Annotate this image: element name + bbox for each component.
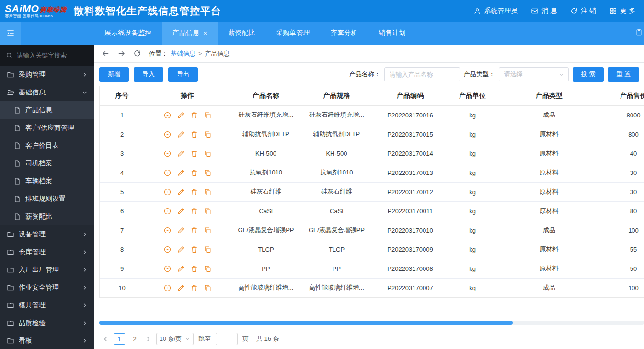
edit-icon[interactable] [177,265,185,273]
copy-icon[interactable] [204,245,212,254]
tab-2[interactable]: 薪资配比 [218,22,265,45]
sidebar-item-6[interactable]: 薪资配比 [0,208,94,225]
delete-icon[interactable] [190,226,198,234]
scrollbar-thumb[interactable] [99,321,513,325]
detail-icon[interactable] [163,130,172,139]
detail-icon[interactable] [163,284,172,292]
copy-icon[interactable] [204,150,212,158]
page-size-select[interactable]: 10 条/页 [156,333,194,345]
detail-icon[interactable] [163,111,172,119]
tab-3[interactable]: 采购单管理 [265,22,320,45]
sidebar-item-0[interactable]: 产品信息 [0,101,94,119]
tab-4[interactable]: 齐套分析 [320,22,368,45]
delete-icon[interactable] [190,207,198,215]
more-button[interactable]: 更 多 [610,7,635,15]
cell-ops [144,182,230,201]
delete-icon[interactable] [190,130,198,139]
user-menu[interactable]: 系统管理员 [473,7,518,15]
sidebar-group-6[interactable]: 模具管理 [0,296,94,314]
jump-page-input[interactable] [216,333,238,345]
delete-icon[interactable] [190,284,198,292]
sidebar-group-1[interactable]: 基础信息 [0,83,94,101]
sidebar-group-3[interactable]: 仓库管理 [0,243,94,261]
logout-button[interactable]: 注 销 [570,7,596,15]
detail-icon[interactable] [163,245,172,254]
row-actions [144,265,230,273]
page-number-2[interactable]: 2 [129,333,140,345]
delete-icon[interactable] [190,188,198,196]
sidebar-item-3[interactable]: 司机档案 [0,154,94,172]
tab-close-icon[interactable]: × [203,29,207,37]
more-label: 更 多 [620,7,635,15]
table-row: 9PPPPP202203170008kg原材料50 [100,259,644,278]
edit-icon[interactable] [177,207,185,215]
messages-button[interactable]: 消 息 [531,7,557,15]
copy-icon[interactable] [204,226,212,234]
import-button[interactable]: 导入 [134,67,163,82]
edit-icon[interactable] [177,111,185,119]
sidebar-group-5[interactable]: 作业安全管理 [0,279,94,296]
edit-icon[interactable] [177,130,185,139]
edit-icon[interactable] [177,245,185,254]
cell-ops [144,221,230,240]
sidebar-item-5[interactable]: 排班规则设置 [0,190,94,208]
tab-label: 展示线设备监控 [104,29,151,37]
delete-icon[interactable] [190,169,198,177]
page-unit-label: 页 [242,335,249,343]
copy-icon[interactable] [204,207,212,215]
logout-icon [570,7,578,15]
table-body: 1硅灰石纤维填充增...硅灰石纤维填充增...P202203170016kg成品… [100,105,644,297]
back-button[interactable] [102,49,110,58]
sidebar-group-4[interactable]: 入厂出厂管理 [0,261,94,279]
edit-icon[interactable] [177,169,185,177]
next-page-button[interactable] [145,336,151,342]
product-type-select[interactable]: 请选择 [499,67,569,81]
search-button[interactable]: 搜 索 [573,67,604,82]
edit-icon[interactable] [177,150,185,158]
reset-button[interactable]: 重 置 [608,67,639,82]
refresh-button[interactable] [133,49,141,58]
product-name-input[interactable] [384,67,460,81]
sidebar-group-7[interactable]: 品质检验 [0,314,94,332]
add-button[interactable]: 新增 [99,67,129,82]
copy-icon[interactable] [204,111,212,119]
prev-page-button[interactable] [103,336,109,342]
detail-icon[interactable] [163,207,172,215]
sidebar-group-8[interactable]: 看板 [0,332,94,349]
sidebar-item-1[interactable]: 客户/供应商管理 [0,119,94,137]
detail-icon[interactable] [163,265,172,273]
tab-5[interactable]: 销售计划 [368,22,416,45]
copy-icon[interactable] [204,169,212,177]
folder-icon [7,266,14,274]
tab-1[interactable]: 产品信息× [162,22,218,45]
detail-icon[interactable] [163,169,172,177]
sidebar-search-input[interactable] [17,52,84,59]
tab-0[interactable]: 展示线设备监控 [94,22,162,45]
copy-icon[interactable] [204,284,212,292]
edit-icon[interactable] [177,188,185,196]
export-button[interactable]: 导出 [168,67,198,82]
detail-icon[interactable] [163,188,172,196]
detail-icon[interactable] [163,150,172,158]
sidebar-toggle-button[interactable] [0,22,21,45]
detail-icon[interactable] [163,226,172,234]
row-actions [144,169,230,177]
tab-options-button[interactable] [635,28,643,36]
sidebar-group-2[interactable]: 设备管理 [0,225,94,243]
delete-icon[interactable] [190,111,198,119]
page-number-1[interactable]: 1 [114,333,125,345]
sidebar-group-0[interactable]: 采购管理 [0,66,94,83]
delete-icon[interactable] [190,150,198,158]
breadcrumb-parent-link[interactable]: 基础信息 [171,49,196,58]
copy-icon[interactable] [204,130,212,139]
copy-icon[interactable] [204,265,212,273]
sidebar-item-2[interactable]: 客户价目表 [0,137,94,154]
edit-icon[interactable] [177,226,185,234]
copy-icon[interactable] [204,188,212,196]
folder-icon [7,71,14,79]
delete-icon[interactable] [190,245,198,254]
forward-button[interactable] [117,49,126,58]
sidebar-item-4[interactable]: 车辆档案 [0,172,94,190]
edit-icon[interactable] [177,284,185,292]
delete-icon[interactable] [190,265,198,273]
